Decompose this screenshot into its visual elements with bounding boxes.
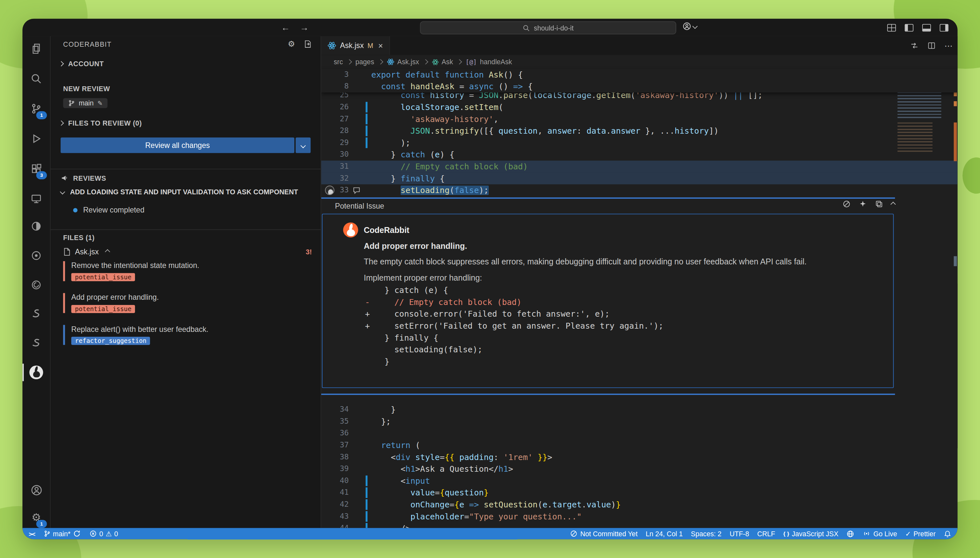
line-number[interactable]: 38 (338, 451, 349, 463)
more-actions-icon[interactable]: ⋯ (944, 41, 952, 50)
code-line-36[interactable]: 36 (321, 427, 958, 439)
collapse-icon[interactable] (890, 202, 896, 207)
coderabbit-avatar-icon[interactable] (325, 185, 334, 195)
sidebar-settings-icon[interactable]: ⚙ (288, 40, 295, 48)
line-number[interactable]: 34 (338, 404, 349, 415)
line-number[interactable]: 40 (338, 475, 349, 487)
cursor-position[interactable]: Ln 24, Col 1 (646, 530, 683, 537)
line-number[interactable]: 37 (338, 439, 349, 451)
code-line-3[interactable]: 3export default function Ask() { (321, 69, 958, 81)
line-number[interactable]: 43 (338, 510, 349, 523)
open-changes-icon[interactable] (910, 42, 919, 49)
code-line-25[interactable]: 25 const history = JSON.parse(localStora… (321, 92, 958, 101)
reviews-section-header[interactable]: REVIEWS (61, 174, 106, 182)
breadcrumb-src[interactable]: src (333, 58, 343, 66)
line-number[interactable]: 28 (338, 125, 349, 137)
code-line-44[interactable]: 44 /> (321, 522, 958, 528)
indentation[interactable]: Spaces: 2 (691, 530, 721, 537)
code-line-40[interactable]: 40 <input (321, 475, 958, 487)
open-in-editor-icon[interactable] (304, 40, 312, 48)
extension-target-icon[interactable] (22, 247, 50, 264)
line-number[interactable]: 26 (338, 101, 349, 113)
toggle-sidebar-icon[interactable] (904, 23, 914, 31)
code-line-37[interactable]: 37 return ( (321, 439, 958, 451)
commit-status[interactable]: Not Committed Yet (570, 530, 637, 537)
code-line-32[interactable]: 32 } finally { (321, 172, 958, 185)
code-line-26[interactable]: 26 localStorage.setItem( (321, 101, 958, 113)
line-number[interactable]: 39 (338, 463, 349, 475)
breadcrumb-symbol[interactable]: Ask (442, 58, 453, 66)
code-line-33[interactable]: 33 setLoading(false); (321, 184, 958, 196)
coderabbit-icon[interactable] (22, 364, 50, 381)
fix-with-ai-icon[interactable] (859, 200, 867, 208)
code-line-34[interactable]: 34 } (321, 404, 958, 415)
review-item[interactable]: ADD LOADING STATE AND INPUT VALIDATION T… (61, 188, 314, 195)
review-comment-item[interactable]: Remove the intentional state mutation.po… (63, 261, 311, 281)
line-number[interactable]: 8 (338, 80, 349, 92)
settings-gear-icon[interactable]: ⚙ 1 (22, 509, 50, 526)
profile-dropdown[interactable] (683, 22, 697, 31)
search-icon[interactable] (22, 70, 50, 88)
line-number[interactable]: 42 (338, 499, 349, 510)
code-line-38[interactable]: 38 <div style={{ padding: '1rem' }}> (321, 451, 958, 463)
review-all-changes-button[interactable]: Review all changes (61, 138, 294, 153)
files-to-review-section[interactable]: FILES TO REVIEW (0) (59, 120, 142, 127)
extension-scurve2-icon[interactable] (22, 333, 50, 351)
go-live-button[interactable]: Go Live (863, 530, 897, 537)
toggle-panel-icon[interactable] (922, 23, 931, 31)
tab-askjsx[interactable]: Ask.jsx M × (321, 36, 390, 55)
line-number[interactable]: 33 (338, 184, 349, 196)
forward-arrow-icon[interactable]: → (300, 22, 309, 33)
close-tab-icon[interactable]: × (378, 41, 383, 50)
code-line-35[interactable]: 35 }; (321, 415, 958, 428)
problems-status[interactable]: 0 ⚠ 0 (89, 530, 118, 537)
copy-icon[interactable] (875, 200, 883, 208)
remote-explorer-icon[interactable] (22, 190, 50, 208)
line-number[interactable]: 32 (338, 172, 349, 185)
review-comment-item[interactable]: Add proper error handling.potential_issu… (63, 293, 311, 313)
line-number[interactable]: 30 (338, 149, 349, 161)
run-debug-icon[interactable] (22, 130, 50, 148)
review-comment-item[interactable]: Replace alert() with better user feedbac… (63, 325, 311, 345)
code-line-28[interactable]: 28 JSON.stringify([{ question, answer: d… (321, 125, 958, 137)
extension-half-circle-icon[interactable] (22, 217, 50, 235)
branch-chip[interactable]: main ✎ (63, 98, 108, 108)
extension-scurve-icon[interactable] (22, 305, 50, 322)
code-line-39[interactable]: 39 <h1>Ask a Question</h1> (321, 463, 958, 475)
code-line-31[interactable]: 31 // Empty catch block (bad) (321, 161, 958, 172)
split-editor-icon[interactable] (927, 42, 936, 49)
bell-icon[interactable] (944, 530, 951, 538)
edit-branch-icon[interactable]: ✎ (97, 100, 103, 107)
code-line-30[interactable]: 30 } catch (e) { (321, 149, 958, 161)
remote-indicator[interactable]: >< (29, 530, 35, 537)
breadcrumb-method[interactable]: handleAsk (480, 58, 512, 66)
account-section[interactable]: ACCOUNT (59, 60, 104, 67)
comment-glyph-icon[interactable] (349, 186, 364, 194)
accounts-icon[interactable] (22, 481, 50, 499)
code-line-29[interactable]: 29 ); (321, 137, 958, 149)
line-number[interactable]: 29 (338, 137, 349, 149)
breadcrumb-file[interactable]: Ask.jsx (397, 58, 419, 66)
file-row[interactable]: Ask.jsx 3! (63, 248, 312, 256)
review-options-dropdown[interactable] (295, 138, 310, 153)
line-number[interactable]: 36 (338, 427, 349, 439)
prettier-status[interactable]: ✓ Prettier (905, 530, 936, 538)
eol[interactable]: CRLF (757, 530, 775, 537)
browser-icon[interactable] (847, 530, 855, 538)
explorer-icon[interactable] (22, 40, 50, 57)
branch-status[interactable]: main* (43, 530, 80, 537)
line-number[interactable]: 44 (338, 522, 349, 528)
code-line-43[interactable]: 43 placeholder="Type your question..." (321, 510, 958, 523)
collapse-icon[interactable] (105, 249, 110, 254)
line-number[interactable]: 35 (338, 415, 349, 428)
code-line-42[interactable]: 42 onChange={e => setQuestion(e.target.v… (321, 499, 958, 510)
line-number[interactable]: 27 (338, 113, 349, 125)
line-number[interactable]: 25 (338, 92, 349, 101)
extensions-icon[interactable]: 3 (22, 160, 50, 177)
sticky-scroll[interactable]: 3export default function Ask() {8 const … (321, 69, 958, 92)
circle-slash-icon[interactable] (842, 200, 850, 208)
code-line-8[interactable]: 8 const handleAsk = async () => { (321, 80, 958, 92)
back-arrow-icon[interactable]: ← (281, 22, 290, 33)
code-line-27[interactable]: 27 'askaway-history', (321, 113, 958, 125)
code-editor[interactable]: 26 localStorage.setItem(27 'askaway-hist… (321, 69, 958, 528)
